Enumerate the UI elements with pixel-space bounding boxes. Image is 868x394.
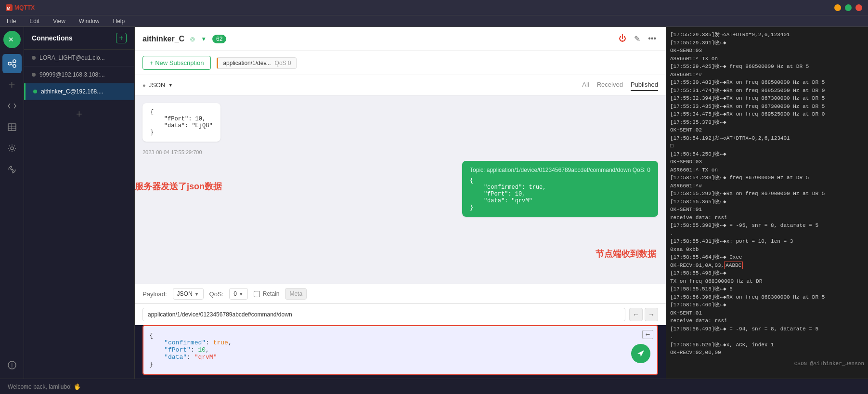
- terminal-line: receive data: rssi: [670, 214, 864, 222]
- power-icon[interactable]: ⏻: [617, 32, 628, 45]
- subscription-bar: + New Subscription application/1/dev... …: [135, 51, 666, 75]
- terminal-line: OK+SENT:01: [670, 309, 864, 317]
- send-button[interactable]: [631, 344, 650, 363]
- connection-status-dot: [33, 90, 37, 93]
- terminal-line: [17:58:56.396]收←◆RX on freq 868300000 Hz…: [670, 293, 864, 302]
- info-icon-btn[interactable]: i: [2, 355, 22, 375]
- format-dropdown-icon: ▼: [168, 82, 173, 88]
- connection-item-99999[interactable]: 99999@192.168.3.108:...: [24, 66, 134, 83]
- terminal-line: ASR6601:^ TX on: [670, 55, 864, 63]
- terminal-line: [17:55:33.435]收←◆RX on freq 867300000 Hz…: [670, 103, 864, 111]
- meta-button[interactable]: Meta: [285, 288, 307, 300]
- terminal-line: [17:58:55.431]收←◆x: port = 10, len = 3: [670, 237, 864, 246]
- minimize-button[interactable]: [834, 4, 841, 11]
- connections-header: Connections +: [24, 27, 134, 50]
- messages-area-wrapper: { "fPort": 10, "data": "EjQB" } 2023-08-…: [135, 95, 666, 284]
- subscription-item[interactable]: application/1/dev... QoS 0: [217, 57, 296, 69]
- terminal-line: □: [670, 142, 864, 150]
- terminal-line: OK+SENT:02: [670, 126, 864, 134]
- chevron-down-icon[interactable]: ▼: [201, 36, 207, 42]
- svg-point-12: [11, 147, 13, 150]
- tab-received[interactable]: Received: [597, 79, 623, 91]
- mqtt-main-area: aithinker_C ⌾ ▼ 62 ⏻ ✎ ••• + New Subscri…: [135, 27, 666, 379]
- welcome-text: Welcome back, iamliubo! 🖐: [8, 383, 81, 390]
- menu-window[interactable]: Window: [76, 17, 103, 26]
- connection-status-dot: [32, 73, 36, 77]
- tab-published[interactable]: Published: [631, 79, 658, 91]
- add-icon-btn[interactable]: +: [2, 75, 22, 94]
- terminal-line: [17:58:56.493]收←◆ = -94, snr = 8, datara…: [670, 325, 864, 333]
- terminal-line: TX on freq 868300000 Hz at DR: [670, 277, 864, 286]
- csdn-credit: CSDN @AiThinker_Jenson: [670, 361, 864, 367]
- terminal-line: OK+SENT:01: [670, 206, 864, 214]
- table-icon-btn[interactable]: [2, 118, 22, 137]
- retain-input[interactable]: [254, 291, 260, 297]
- format-label: ●: [143, 82, 146, 88]
- window-controls: [834, 4, 862, 11]
- terminal-line: 0xaa 0xbb: [670, 246, 864, 254]
- highlighted-value: AABBC: [724, 262, 743, 269]
- payload-format-chevron: ▼: [194, 291, 199, 297]
- connection-item-aithinker[interactable]: aithinker_C@192.168....: [24, 83, 134, 100]
- payload-format-value: JSON: [177, 290, 193, 297]
- connections-icon-btn[interactable]: [2, 54, 22, 73]
- settings-icon-btn[interactable]: [2, 139, 22, 158]
- qos-selector[interactable]: 0 ▼: [229, 288, 248, 300]
- payload-format-selector[interactable]: JSON ▼: [173, 288, 204, 300]
- menu-help[interactable]: Help: [110, 17, 128, 26]
- terminal-line: [17:58:55.464]收←◆ 0xcc: [670, 253, 864, 262]
- payload-bar: Payload: JSON ▼ QoS: 0 ▼ Retain Meta: [135, 284, 666, 303]
- connection-item-lora[interactable]: LORA_LIGHT@eu1.clo...: [24, 50, 134, 66]
- terminal-line: OK+RECV:02,00,00: [670, 349, 864, 357]
- topic-input[interactable]: [143, 308, 625, 321]
- menubar: File Edit View Window Help: [0, 15, 868, 27]
- received-message: { "fPort": 10, "data": "EjQB" }: [143, 103, 220, 142]
- terminal-line: [17:58:55.398]收←◆ = -95, snr = 8, datara…: [670, 222, 864, 230]
- sent-message-content: { "confirmed": true, "fPort": 10, "data"…: [470, 177, 650, 211]
- retain-checkbox[interactable]: Retain: [254, 290, 280, 297]
- format-value: JSON: [149, 81, 166, 89]
- sub-topic-label: application/1/dev...: [223, 60, 271, 66]
- header-actions: ⏻ ✎ •••: [617, 32, 658, 45]
- close-button[interactable]: [855, 4, 862, 11]
- new-subscription-button[interactable]: + New Subscription: [143, 56, 211, 70]
- maximize-button[interactable]: [845, 4, 852, 11]
- edit-icon[interactable]: ✎: [632, 32, 642, 45]
- menu-file[interactable]: File: [4, 17, 19, 26]
- json-paste-button[interactable]: ⬅: [642, 330, 653, 339]
- main-layout: ✕ + i Connections + LORA_LIGHT@eu1.clo..: [0, 27, 868, 379]
- sub-qos-label: QoS 0: [275, 60, 291, 66]
- topic-prev-button[interactable]: ←: [629, 308, 643, 321]
- add-connection-button[interactable]: +: [116, 33, 127, 43]
- connection-name: LORA_LIGHT@eu1.clo...: [39, 54, 105, 61]
- format-selector[interactable]: ● JSON ▼: [143, 81, 173, 89]
- code-icon-btn[interactable]: [2, 96, 22, 116]
- json-editor[interactable]: { "confirmed": true, "fPort": 10, "data"…: [143, 325, 658, 375]
- sent-message-topic: Topic: application/1/device/0123456789ab…: [470, 167, 650, 173]
- terminal-line: [17:58:54.192]发→◇AT+DTRX=0,2,6,123401: [670, 134, 864, 143]
- more-icon[interactable]: •••: [646, 32, 658, 45]
- svg-line-7: [11, 64, 13, 66]
- connection-status-dot: [32, 56, 36, 60]
- tab-all[interactable]: All: [582, 79, 589, 91]
- terminal-line: ASR6601:^ TX on: [670, 166, 864, 174]
- connection-name: 99999@192.168.3.108:...: [39, 71, 105, 78]
- terminal-line: [17:58:55.365]收←◆: [670, 198, 864, 206]
- retain-label: Retain: [263, 290, 280, 297]
- svg-point-3: [8, 62, 11, 65]
- svg-text:✕: ✕: [8, 36, 14, 43]
- menu-view[interactable]: View: [50, 17, 68, 26]
- qos-value: 0: [233, 290, 237, 297]
- terminal-line: [17:55:30.483]收←◆RX on freq 868500000 Hz…: [670, 79, 864, 87]
- topic-row: ← →: [135, 303, 666, 325]
- terminal-line: [17:55:32.394]收←◆TX on freq 867300000 Hz…: [670, 94, 864, 103]
- svg-line-6: [11, 62, 13, 63]
- connection-name: aithinker_C@192.168....: [41, 88, 104, 95]
- brand-icon-btn[interactable]: ✕: [3, 31, 21, 48]
- menu-edit[interactable]: Edit: [26, 17, 42, 26]
- add-new-connection[interactable]: +: [24, 100, 134, 128]
- broadcast-icon-btn[interactable]: [2, 160, 22, 179]
- terminal-line: [17:55:29.425]收←◆ freq 868500000 Hz at D…: [670, 63, 864, 71]
- topic-next-button[interactable]: →: [645, 308, 658, 321]
- icon-sidebar: ✕ + i: [0, 27, 24, 379]
